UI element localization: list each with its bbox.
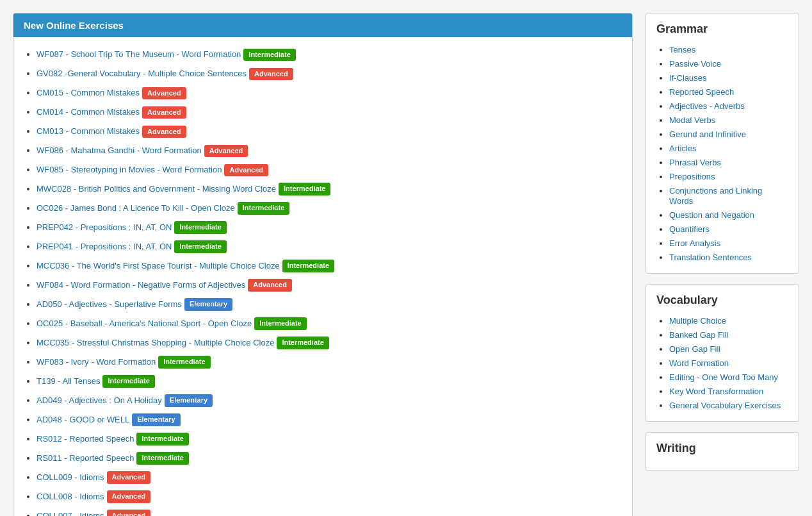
- level-badge: Advanced: [107, 471, 151, 483]
- level-badge: Advanced: [107, 510, 151, 516]
- level-badge: Advanced: [224, 164, 268, 176]
- sidebar-item: Passive Voice: [669, 56, 788, 71]
- sidebar-item: Open Gap Fill: [669, 342, 788, 356]
- sidebar-link[interactable]: Open Gap Fill: [669, 344, 720, 354]
- sidebar-item: Phrasal Verbs: [669, 155, 788, 169]
- level-badge: Intermediate: [158, 356, 210, 368]
- sidebar-item: Word Formation: [669, 356, 788, 370]
- exercise-link[interactable]: OC026 - James Bond : A Licence To Kill -…: [37, 203, 235, 213]
- level-badge: Elementary: [132, 413, 180, 426]
- sidebar-item: Adjectives - Adverbs: [669, 99, 788, 113]
- list-item: WF086 - Mahatma Gandhi - Word FormationA…: [37, 141, 622, 160]
- sidebar-link[interactable]: Gerund and Infinitive: [669, 129, 746, 139]
- list-item: CM015 - Common MistakesAdvanced: [37, 83, 622, 103]
- exercise-link[interactable]: GV082 -General Vocabulary - Multiple Cho…: [37, 69, 247, 78]
- sidebar-item: Tenses: [669, 42, 788, 56]
- sidebar-link[interactable]: Translation Sentences: [669, 253, 752, 262]
- level-badge: Intermediate: [279, 183, 330, 195]
- sidebar-link[interactable]: Error Analysis: [669, 238, 720, 248]
- vocabulary-list: Multiple ChoiceBanked Gap FillOpen Gap F…: [656, 313, 788, 412]
- sidebar-item: Articles: [669, 141, 788, 155]
- sidebar-item: Reported Speech: [669, 85, 788, 99]
- list-item: WF083 - Ivory - Word FormationIntermedia…: [37, 353, 622, 372]
- exercise-link[interactable]: OC025 - Baseball - America's National Sp…: [37, 319, 252, 328]
- exercise-link[interactable]: PREP042 - Prepositions : IN, AT, ON: [37, 222, 172, 232]
- sidebar-link[interactable]: Modal Verbs: [669, 115, 715, 125]
- sidebar-link[interactable]: Key Word Transformation: [669, 387, 763, 396]
- exercise-link[interactable]: COLL007 - Idioms: [37, 511, 104, 516]
- list-item: MWC028 - British Politics and Government…: [37, 179, 622, 199]
- sidebar-item: Editing - One Word Too Many: [669, 370, 788, 384]
- exercise-link[interactable]: CM014 - Common Mistakes: [37, 107, 140, 117]
- sidebar-item: Prepositions: [669, 169, 788, 183]
- exercise-link[interactable]: COLL008 - Idioms: [37, 492, 104, 501]
- list-item: CM014 - Common MistakesAdvanced: [37, 103, 622, 122]
- exercise-link[interactable]: WF085 - Stereotyping in Movies - Word Fo…: [37, 165, 222, 174]
- level-badge: Advanced: [142, 106, 186, 119]
- sidebar-link[interactable]: Articles: [669, 144, 697, 153]
- level-badge: Intermediate: [136, 433, 188, 445]
- list-item: OC025 - Baseball - America's National Sp…: [37, 314, 622, 333]
- exercise-link[interactable]: MWC028 - British Politics and Government…: [37, 184, 276, 194]
- sidebar-item: Gerund and Infinitive: [669, 127, 788, 141]
- sidebar-link[interactable]: Phrasal Verbs: [669, 158, 721, 167]
- level-badge: Intermediate: [282, 260, 334, 272]
- sidebar-item: Quantifiers: [669, 222, 788, 236]
- list-item: T139 - All TensesIntermediate: [37, 372, 622, 391]
- list-item: AD050 - Adjectives - Superlative FormsEl…: [37, 295, 622, 314]
- exercise-link[interactable]: MCC036 - The World's First Space Tourist…: [37, 261, 280, 270]
- sidebar-link[interactable]: Quantifiers: [669, 224, 710, 234]
- exercise-link[interactable]: PREP041 - Prepositions : IN, AT, ON: [37, 242, 172, 251]
- list-item: AD048 - GOOD or WELLElementary: [37, 410, 622, 429]
- sidebar-link[interactable]: Question and Negation: [669, 210, 754, 220]
- exercise-link[interactable]: AD048 - GOOD or WELL: [37, 415, 129, 424]
- sidebar-item: Multiple Choice: [669, 313, 788, 328]
- exercise-link[interactable]: T139 - All Tenses: [37, 376, 100, 386]
- sidebar-link[interactable]: Adjectives - Adverbs: [669, 101, 745, 111]
- sidebar-link[interactable]: Editing - One Word Too Many: [669, 372, 778, 382]
- grammar-section: Grammar TensesPassive VoiceIf-ClausesRep…: [646, 13, 799, 274]
- exercise-link[interactable]: MCC035 - Stressful Christmas Shopping - …: [37, 338, 274, 347]
- sidebar-link[interactable]: Word Formation: [669, 358, 729, 368]
- exercise-link[interactable]: WF087 - School Trip To The Museum - Word…: [37, 49, 241, 59]
- sidebar-link[interactable]: General Vocabulary Exercises: [669, 401, 781, 410]
- sidebar-link[interactable]: Banked Gap Fill: [669, 330, 729, 340]
- sidebar-link[interactable]: Passive Voice: [669, 59, 721, 69]
- list-item: WF084 - Word Formation - Negative Forms …: [37, 276, 622, 295]
- exercise-link[interactable]: COLL009 - Idioms: [37, 472, 104, 482]
- list-item: COLL009 - IdiomsAdvanced: [37, 468, 622, 487]
- exercises-box: New Online Exercises WF087 - School Trip…: [13, 13, 633, 516]
- grammar-title: Grammar: [656, 22, 788, 36]
- exercise-link[interactable]: AD049 - Adjectives : On A Holiday: [37, 395, 162, 405]
- exercises-list: WF087 - School Trip To The Museum - Word…: [24, 45, 622, 516]
- list-item: AD049 - Adjectives : On A HolidayElement…: [37, 391, 622, 410]
- sidebar-link[interactable]: Reported Speech: [669, 87, 734, 97]
- sidebar-link[interactable]: Tenses: [669, 45, 695, 54]
- list-item: RS012 - Reported SpeechIntermediate: [37, 429, 622, 449]
- exercise-link[interactable]: RS012 - Reported Speech: [37, 434, 134, 444]
- level-badge: Intermediate: [277, 337, 329, 349]
- level-badge: Advanced: [248, 279, 292, 291]
- list-item: COLL007 - IdiomsAdvanced: [37, 506, 622, 516]
- sidebar-link[interactable]: If-Clauses: [669, 73, 707, 83]
- exercise-link[interactable]: WF084 - Word Formation - Negative Forms …: [37, 280, 245, 290]
- sidebar-item: Key Word Transformation: [669, 384, 788, 398]
- writing-section: Writing: [646, 432, 799, 471]
- exercise-link[interactable]: WF083 - Ivory - Word Formation: [37, 357, 156, 367]
- exercise-link[interactable]: AD050 - Adjectives - Superlative Forms: [37, 299, 182, 309]
- list-item: COLL008 - IdiomsAdvanced: [37, 487, 622, 506]
- sidebar-item: Translation Sentences: [669, 250, 788, 264]
- exercise-link[interactable]: CM013 - Common Mistakes: [37, 126, 140, 136]
- sidebar: Grammar TensesPassive VoiceIf-ClausesRep…: [646, 13, 799, 516]
- exercise-link[interactable]: CM015 - Common Mistakes: [37, 88, 140, 97]
- exercise-link[interactable]: RS011 - Reported Speech: [37, 453, 134, 463]
- list-item: OC026 - James Bond : A Licence To Kill -…: [37, 199, 622, 218]
- sidebar-link[interactable]: Multiple Choice: [669, 316, 726, 326]
- sidebar-link[interactable]: Prepositions: [669, 172, 715, 181]
- list-item: WF085 - Stereotyping in Movies - Word Fo…: [37, 160, 622, 179]
- level-badge: Intermediate: [174, 221, 226, 233]
- level-badge: Intermediate: [174, 240, 226, 253]
- sidebar-link[interactable]: Conjunctions and Linking Words: [669, 186, 762, 206]
- exercise-link[interactable]: WF086 - Mahatma Gandhi - Word Formation: [37, 146, 202, 155]
- level-badge: Advanced: [249, 68, 293, 80]
